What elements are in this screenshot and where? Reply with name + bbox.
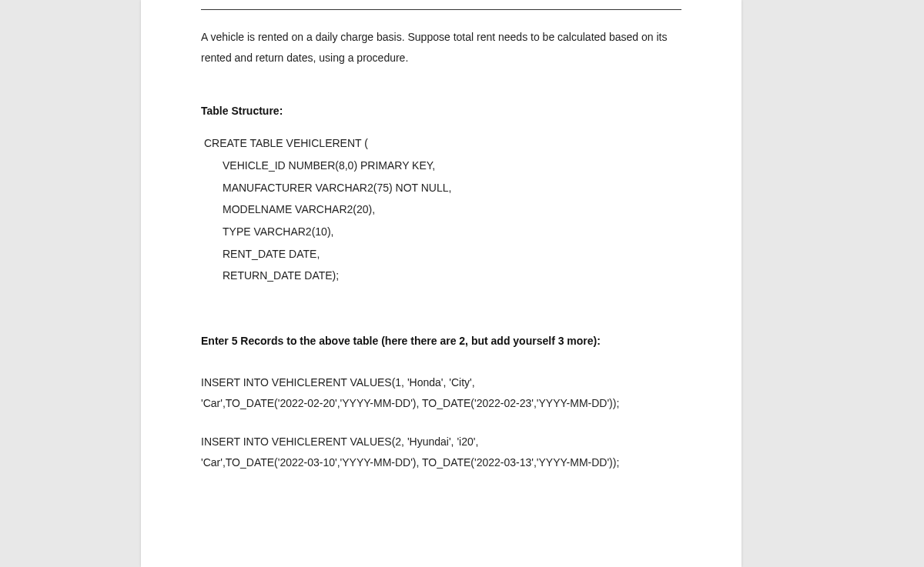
- document-content: A vehicle is rented on a daily charge ba…: [141, 9, 742, 473]
- horizontal-rule: [201, 9, 681, 10]
- code-line: MODELNAME VARCHAR2(20),: [201, 198, 681, 221]
- code-line: INSERT INTO VEHICLERENT VALUES(2, 'Hyund…: [201, 432, 681, 452]
- code-line: 'Car',TO_DATE('2022-03-10','YYYY-MM-DD')…: [201, 452, 681, 473]
- code-line: RETURN_DATE DATE);: [201, 265, 681, 287]
- code-line: VEHICLE_ID NUMBER(8,0) PRIMARY KEY,: [201, 155, 681, 177]
- code-line: MANUFACTURER VARCHAR2(75) NOT NULL,: [201, 177, 681, 199]
- enter-records-heading: Enter 5 Records to the above table (here…: [201, 333, 681, 349]
- code-line: TYPE VARCHAR2(10),: [201, 221, 681, 243]
- code-line: 'Car',TO_DATE('2022-02-20','YYYY-MM-DD')…: [201, 393, 681, 414]
- create-table-block: CREATE TABLE VEHICLERENT ( VEHICLE_ID NU…: [201, 132, 681, 287]
- document-page: A vehicle is rented on a daily charge ba…: [141, 0, 742, 567]
- insert-statement: INSERT INTO VEHICLERENT VALUES(1, 'Honda…: [201, 372, 681, 415]
- insert-statement: INSERT INTO VEHICLERENT VALUES(2, 'Hyund…: [201, 432, 681, 474]
- table-structure-heading: Table Structure:: [201, 105, 681, 117]
- code-line: INSERT INTO VEHICLERENT VALUES(1, 'Honda…: [201, 372, 681, 393]
- intro-paragraph: A vehicle is rented on a daily charge ba…: [201, 27, 681, 68]
- code-line: RENT_DATE DATE,: [201, 243, 681, 265]
- code-line: CREATE TABLE VEHICLERENT (: [201, 132, 681, 155]
